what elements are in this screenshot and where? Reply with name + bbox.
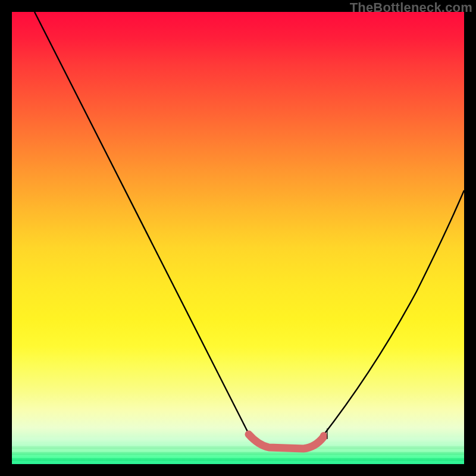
optimal-marker-dot-right [320, 432, 327, 439]
optimal-region-marker [249, 434, 324, 449]
plot-area [12, 12, 464, 464]
curve-left [35, 12, 250, 436]
chart-frame: TheBottleneck.com [0, 0, 476, 476]
curve-right [321, 190, 464, 438]
curve-svg [12, 12, 464, 464]
